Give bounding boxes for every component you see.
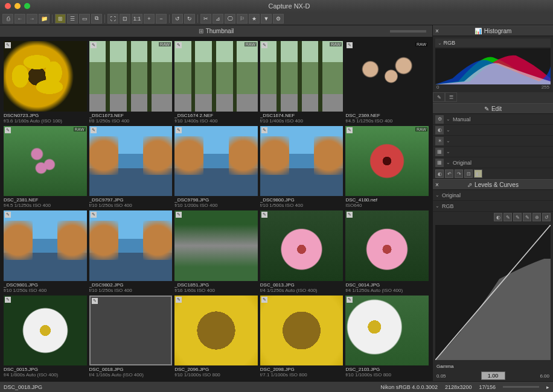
close-window-button[interactable]: [5, 3, 11, 9]
tool-icon-1[interactable]: ◐: [435, 169, 444, 178]
thumbnail-image[interactable]: ✎: [89, 296, 173, 366]
thumbnail-image[interactable]: ✎RAW: [4, 126, 87, 197]
status-filename: DSC_0018.JPG: [4, 384, 42, 390]
white-point-picker-icon[interactable]: ✎: [523, 213, 531, 221]
print-button[interactable]: ⎙: [2, 14, 13, 24]
rate-button[interactable]: ★: [249, 14, 260, 24]
thumbnail-metadata: f/10 1/250s ISO 400: [4, 288, 87, 293]
thumbnail-item[interactable]: ✎RAW_DSC1674 2.NEFf/10 1/400s ISO 400: [174, 41, 258, 124]
auto-contrast-icon[interactable]: ◐: [494, 213, 502, 221]
thumbnail-image[interactable]: ✎: [4, 41, 87, 112]
thumbnail-image[interactable]: ✎RAW: [345, 41, 429, 112]
edit-row-3[interactable]: ▦⌄: [433, 147, 553, 157]
thumbnail-image[interactable]: ✎: [174, 296, 258, 366]
thumbnail-image[interactable]: ✎RAW: [174, 41, 258, 112]
thumbnail-image[interactable]: ✎: [260, 296, 344, 366]
thumbnail-image[interactable]: ✎: [260, 210, 344, 281]
crop-button[interactable]: ✂: [200, 14, 211, 24]
thumbnail-image[interactable]: ✎: [4, 210, 87, 281]
thumbnail-item[interactable]: ✎_DSC9801.JPGf/10 1/250s ISO 400: [4, 210, 87, 293]
thumbnail-item[interactable]: ✎RAWDSC_2381.NEFf/4.5 1/1250s ISO 400: [4, 126, 87, 209]
thumbnail-item[interactable]: ✎DSC_0015.JPGf/4 1/800s Auto (ISO 400): [4, 296, 87, 378]
add-point-icon[interactable]: ⊕: [532, 213, 541, 221]
back-button[interactable]: ←: [14, 14, 25, 24]
zoom-out-button[interactable]: −: [156, 14, 167, 24]
status-zoom-slider[interactable]: [503, 386, 539, 388]
thumbnail-item[interactable]: ✎DSC_2103.JPGf/10 1/1000s ISO 800: [345, 296, 429, 378]
thumbnail-image[interactable]: ✎: [260, 126, 344, 197]
edit-tab-1[interactable]: ✎: [433, 92, 445, 102]
single-view-button[interactable]: ▭: [79, 14, 90, 24]
thumbnail-image[interactable]: ✎RAW: [89, 41, 173, 112]
thumbnail-item[interactable]: ✎DSC_2098.JPGf/7.1 1/1000s ISO 800: [260, 296, 344, 378]
thumbnail-filename: DSC_2103.JPG: [345, 367, 429, 372]
thumbnail-item[interactable]: ✎_DSC9800.JPGf/10 1/500s ISO 400: [260, 126, 344, 209]
app-window: Capture NX-D ⎙ ← → 📁 ⊞ ☰ ▭ ⧉ ⛶ ⊡ 1:1 + −…: [0, 0, 553, 392]
curves-display[interactable]: [435, 225, 551, 360]
reset-curve-icon[interactable]: ↺: [542, 213, 551, 221]
forward-button[interactable]: →: [27, 14, 37, 24]
edit-badge-icon: ✎: [261, 212, 267, 218]
thumbnail-image[interactable]: ✎: [174, 210, 258, 281]
minimize-window-button[interactable]: [14, 3, 21, 9]
list-view-button[interactable]: ☰: [67, 14, 78, 24]
thumbnail-image[interactable]: ✎: [4, 296, 87, 366]
thumbnail-image[interactable]: ✎: [345, 296, 429, 366]
compare-view-button[interactable]: ⧉: [91, 14, 102, 24]
curves-preset-row[interactable]: ⌄Original: [433, 190, 553, 201]
thumbnail-item[interactable]: ✎DSCN0723.JPGf/3.6 1/160s Auto (ISO 100): [4, 41, 87, 124]
edit-badge-icon: ✎: [91, 127, 97, 133]
zoom-window-button[interactable]: [24, 3, 30, 9]
close-icon[interactable]: ×: [435, 182, 439, 188]
thumbnail-size-slider[interactable]: [390, 30, 426, 33]
edit-row-manual[interactable]: ⚙⌄Manual: [433, 114, 553, 125]
tool-icon-5[interactable]: ◧: [474, 169, 482, 178]
thumbnail-image[interactable]: ✎: [89, 210, 173, 281]
thumbnail-view-button[interactable]: ⊞: [55, 14, 66, 24]
thumbnail-item[interactable]: ✎DSC_0013.JPGf/4 1/1250s Auto (ISO 400): [260, 210, 344, 293]
fullscreen-button[interactable]: ⛶: [107, 14, 118, 24]
expand-icon[interactable]: ▸: [546, 384, 549, 390]
edit-row-original[interactable]: ▦⌄Original: [433, 157, 553, 168]
status-position: 17/156: [479, 384, 496, 390]
thumbnail-item[interactable]: ✎DSC_0014.JPGf/4 1/1250s Auto (ISO 400): [345, 210, 429, 293]
thumbnail-item[interactable]: ✎_DSC1851.JPGf/16 1/60s ISO 400: [174, 210, 258, 293]
edit-tab-2[interactable]: ☰: [445, 92, 457, 102]
curves-channel-row[interactable]: ⌄RGB: [433, 201, 553, 212]
filter-button[interactable]: ▼: [261, 14, 272, 24]
thumbnail-image[interactable]: ✎: [174, 126, 258, 197]
close-icon[interactable]: ×: [435, 28, 439, 34]
tool-icon-4[interactable]: ⊡: [464, 169, 473, 178]
tag-button[interactable]: ⚐: [237, 14, 248, 24]
gamma-input[interactable]: [481, 371, 505, 380]
thumbnail-item[interactable]: ✎RAW_DSC1673.NEFf/8 1/250s ISO 400: [89, 41, 173, 124]
thumbnail-item[interactable]: ✎_DSC9802.JPGf/10 1/250s ISO 400: [89, 210, 173, 293]
thumbnail-image[interactable]: ✎: [89, 126, 173, 197]
edit-row-1[interactable]: ◐⌄: [433, 125, 553, 136]
gray-point-picker-icon[interactable]: ✎: [513, 213, 522, 221]
fit-button[interactable]: ⊡: [120, 14, 130, 24]
thumbnail-image[interactable]: ✎: [345, 210, 429, 281]
edit-row-2[interactable]: ☀⌄: [433, 136, 553, 147]
histogram-channel[interactable]: RGB: [444, 40, 456, 46]
straighten-button[interactable]: ⊿: [213, 14, 223, 24]
thumbnail-item[interactable]: ✎RAWDSC_2369.NEFf/4.5 1/1250s ISO 400: [345, 41, 429, 124]
monitor-button[interactable]: 🖵: [225, 14, 235, 24]
thumbnail-item[interactable]: ✎DSC_0018.JPGf/4 1/160s Auto (ISO 400): [89, 296, 173, 378]
thumbnail-item[interactable]: ✎_DSC9797.JPGf/10 1/250s ISO 400: [89, 126, 173, 209]
zoom-actual-button[interactable]: 1:1: [132, 14, 142, 24]
thumbnail-item[interactable]: ✎_DSC9798.JPGf/10 1/200s ISO 400: [174, 126, 258, 209]
zoom-in-button[interactable]: +: [144, 14, 155, 24]
rotate-cw-button[interactable]: ↻: [184, 14, 195, 24]
thumbnail-item[interactable]: ✎RAWDSC_4180.nefISO640: [345, 126, 429, 209]
thumbnail-image[interactable]: ✎RAW: [260, 41, 344, 112]
tool-icon-3[interactable]: ↷: [455, 169, 463, 178]
black-point-picker-icon[interactable]: ✎: [503, 213, 512, 221]
open-folder-button[interactable]: 📁: [39, 14, 50, 24]
tool-icon-2[interactable]: ↶: [445, 169, 453, 178]
thumbnail-item[interactable]: ✎RAW_DSC1674.NEFf/10 1/400s ISO 400: [260, 41, 344, 124]
settings-button[interactable]: ⚙: [273, 14, 284, 24]
thumbnail-item[interactable]: ✎DSC_2096.JPGf/10 1/1000s ISO 800: [174, 296, 258, 378]
thumbnail-image[interactable]: ✎RAW: [345, 126, 429, 197]
rotate-ccw-button[interactable]: ↺: [172, 14, 183, 24]
